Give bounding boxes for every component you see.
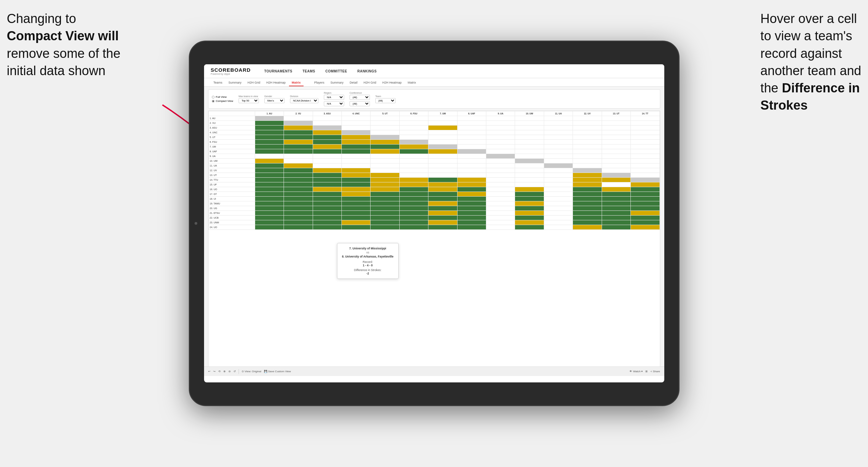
gender-select[interactable]: Men's <box>264 98 285 103</box>
matrix-cell[interactable] <box>602 116 630 121</box>
tab-players-matrix[interactable]: Matrix <box>405 80 419 86</box>
matrix-cell[interactable] <box>515 211 544 216</box>
matrix-cell[interactable] <box>602 225 630 230</box>
matrix-cell[interactable] <box>457 187 486 192</box>
matrix-cell[interactable] <box>544 159 573 163</box>
matrix-cell[interactable] <box>371 168 399 173</box>
matrix-cell[interactable] <box>544 126 573 130</box>
matrix-cell[interactable] <box>457 178 486 182</box>
table-row[interactable]: 19. TAMU <box>208 201 660 206</box>
matrix-cell[interactable] <box>428 163 457 168</box>
share-button[interactable]: < Share <box>650 370 660 373</box>
matrix-cell[interactable] <box>313 135 341 140</box>
matrix-cell[interactable] <box>573 173 602 178</box>
matrix-cell[interactable] <box>428 197 457 201</box>
region-select[interactable]: N/A <box>324 95 344 100</box>
matrix-cell[interactable] <box>573 159 602 163</box>
matrix-cell[interactable] <box>573 163 602 168</box>
matrix-cell[interactable] <box>602 178 630 182</box>
matrix-cell[interactable] <box>399 197 428 201</box>
matrix-cell[interactable] <box>457 121 486 126</box>
matrix-cell[interactable] <box>602 149 630 154</box>
matrix-cell[interactable] <box>255 149 284 154</box>
matrix-cell[interactable] <box>457 116 486 121</box>
matrix-cell[interactable] <box>428 135 457 140</box>
matrix-cell[interactable] <box>631 225 660 230</box>
matrix-cell[interactable] <box>255 178 284 182</box>
matrix-cell[interactable] <box>486 140 515 144</box>
matrix-cell[interactable] <box>399 159 428 163</box>
matrix-cell[interactable] <box>371 163 399 168</box>
matrix-cell[interactable] <box>544 121 573 126</box>
nav-tournaments[interactable]: TOURNAMENTS <box>264 69 292 73</box>
matrix-cell[interactable] <box>573 192 602 197</box>
table-row[interactable]: 13. UT <box>208 173 660 178</box>
matrix-cell[interactable] <box>631 173 660 178</box>
matrix-cell[interactable] <box>515 187 544 192</box>
matrix-cell[interactable] <box>544 168 573 173</box>
matrix-cell[interactable] <box>631 121 660 126</box>
watch-button[interactable]: 👁 Watch ▾ <box>629 370 643 373</box>
matrix-cell[interactable] <box>515 206 544 211</box>
conference-select[interactable]: (All) <box>350 95 370 100</box>
matrix-cell[interactable] <box>399 187 428 192</box>
matrix-cell[interactable] <box>544 140 573 144</box>
matrix-cell[interactable] <box>515 159 544 163</box>
matrix-cell[interactable] <box>399 144 428 149</box>
table-row[interactable]: 9. UA <box>208 154 660 159</box>
matrix-cell[interactable] <box>399 168 428 173</box>
matrix-cell[interactable] <box>255 197 284 201</box>
matrix-cell[interactable] <box>428 225 457 230</box>
matrix-cell[interactable] <box>399 140 428 144</box>
matrix-cell[interactable] <box>573 144 602 149</box>
matrix-cell[interactable] <box>602 144 630 149</box>
matrix-cell[interactable] <box>313 116 341 121</box>
matrix-cell[interactable] <box>313 168 341 173</box>
matrix-cell[interactable] <box>457 216 486 220</box>
matrix-cell[interactable] <box>313 154 341 159</box>
table-row[interactable]: 23. UNM <box>208 220 660 225</box>
matrix-cell[interactable] <box>573 197 602 201</box>
matrix-cell[interactable] <box>428 121 457 126</box>
matrix-cell[interactable] <box>399 135 428 140</box>
matrix-cell[interactable] <box>284 130 313 135</box>
matrix-cell[interactable] <box>371 159 399 163</box>
matrix-cell[interactable] <box>313 140 341 144</box>
matrix-cell[interactable] <box>515 130 544 135</box>
toolbar-icon-1[interactable]: ⟲ <box>218 370 221 373</box>
matrix-cell[interactable] <box>573 121 602 126</box>
matrix-cell[interactable] <box>371 211 399 216</box>
matrix-cell[interactable] <box>602 121 630 126</box>
matrix-cell[interactable] <box>573 211 602 216</box>
matrix-cell[interactable] <box>399 149 428 154</box>
matrix-cell[interactable] <box>284 225 313 230</box>
toolbar-icon-3[interactable]: ⊖ <box>228 370 231 373</box>
matrix-cell[interactable] <box>428 173 457 178</box>
matrix-cell[interactable] <box>255 201 284 206</box>
table-row[interactable]: 4. UNC <box>208 130 660 135</box>
matrix-cell[interactable] <box>515 116 544 121</box>
matrix-cell[interactable] <box>486 126 515 130</box>
matrix-cell[interactable] <box>399 154 428 159</box>
matrix-cell[interactable] <box>544 135 573 140</box>
matrix-cell[interactable] <box>457 168 486 173</box>
toolbar-icon-5[interactable]: ⊞ <box>645 370 648 373</box>
matrix-cell[interactable] <box>428 187 457 192</box>
matrix-cell[interactable] <box>341 216 370 220</box>
matrix-cell[interactable] <box>486 201 515 206</box>
view-original-button[interactable]: ⊙ View: Original <box>242 370 261 373</box>
matrix-cell[interactable] <box>313 187 341 192</box>
matrix-cell[interactable] <box>486 187 515 192</box>
matrix-cell[interactable] <box>515 140 544 144</box>
matrix-cell[interactable] <box>371 140 399 144</box>
matrix-cell[interactable] <box>341 225 370 230</box>
matrix-cell[interactable] <box>371 116 399 121</box>
matrix-cell[interactable] <box>573 140 602 144</box>
matrix-cell[interactable] <box>515 121 544 126</box>
matrix-cell[interactable] <box>573 126 602 130</box>
matrix-cell[interactable] <box>341 126 370 130</box>
matrix-cell[interactable] <box>428 126 457 130</box>
matrix-cell[interactable] <box>486 159 515 163</box>
matrix-cell[interactable] <box>515 216 544 220</box>
table-row[interactable]: 3. ASU <box>208 126 660 130</box>
